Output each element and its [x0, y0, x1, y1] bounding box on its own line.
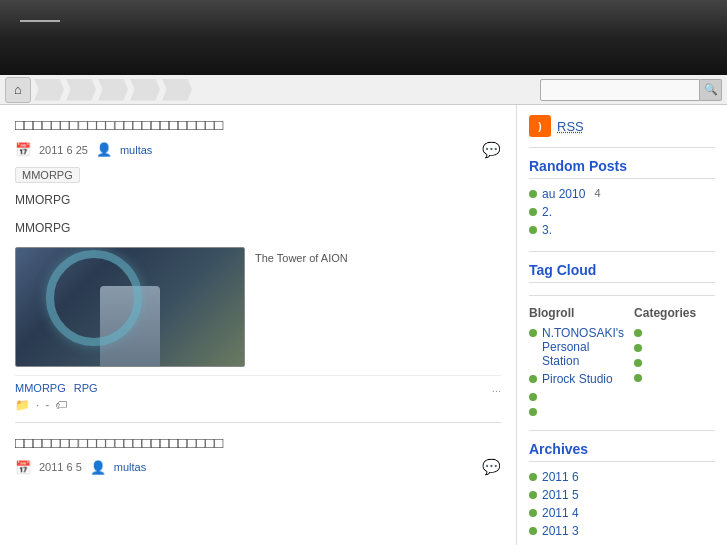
- sidebar: ) RSS Random Posts au 2010 4 2. 3.: [517, 105, 727, 545]
- separator: ·: [36, 398, 39, 412]
- bullet-archive-3: [529, 509, 537, 517]
- post-divider: [15, 422, 501, 423]
- rss-icon: ): [529, 115, 551, 137]
- post-meta: 📅 2011 6 25 👤 multas 💬: [15, 141, 501, 159]
- breadcrumb-item[interactable]: [162, 79, 192, 101]
- random-post-link-3[interactable]: 3.: [542, 223, 552, 237]
- archive-link-3[interactable]: 2011 4: [542, 506, 579, 520]
- post-title[interactable]: □□□□□□□□□□□□□□□□□□□□□□□: [15, 115, 501, 135]
- random-post-item-2: 2.: [529, 203, 715, 221]
- random-post-item-3: 3.: [529, 221, 715, 239]
- blogroll-item-4: [529, 403, 624, 418]
- archive-item-3: 2011 4: [529, 504, 715, 522]
- blogroll-link-1[interactable]: N.TONOSAKI's Personal Station: [542, 326, 624, 368]
- blogroll-categories-cols: Blogroll N.TONOSAKI's Personal Station P…: [529, 306, 715, 418]
- sidebar-divider-1: [529, 147, 715, 148]
- rss-icon-text: ): [538, 121, 541, 132]
- archive-item-4: 2011 3: [529, 522, 715, 540]
- random-posts-section: Random Posts au 2010 4 2. 3.: [529, 158, 715, 239]
- search-input[interactable]: [540, 79, 700, 101]
- category-item-1: [634, 324, 715, 339]
- random-posts-title: Random Posts: [529, 158, 715, 179]
- breadcrumb-item[interactable]: [98, 79, 128, 101]
- sidebar-divider-2: [529, 251, 715, 252]
- breadcrumb-trail: [34, 79, 540, 101]
- bullet-blogroll-3: [529, 393, 537, 401]
- tag-rpg[interactable]: RPG: [74, 382, 98, 394]
- breadcrumb-item[interactable]: [66, 79, 96, 101]
- blogroll-column: Blogroll N.TONOSAKI's Personal Station P…: [529, 306, 624, 418]
- tag-cloud-section: Tag Cloud: [529, 262, 715, 283]
- site-header: [0, 0, 727, 75]
- breadcrumb-item[interactable]: [34, 79, 64, 101]
- author-icon: 👤: [96, 142, 112, 157]
- bullet-blogroll-1: [529, 329, 537, 337]
- comment-icon-2[interactable]: 💬: [482, 458, 501, 476]
- content-wrapper: □□□□□□□□□□□□□□□□□□□□□□□ 📅 2011 6 25 👤 mu…: [0, 105, 727, 545]
- calendar-icon-2: 📅: [15, 460, 31, 475]
- post-author-2[interactable]: multas: [114, 461, 146, 473]
- more-indicator: ...: [492, 382, 501, 394]
- random-post-link-2[interactable]: 2.: [542, 205, 552, 219]
- post-image: [15, 247, 245, 367]
- post-title-2[interactable]: □□□□□□□□□□□□□□□□□□□□□□□: [15, 433, 501, 453]
- blogroll-item-3: [529, 388, 624, 403]
- bullet-cat-2: [634, 344, 642, 352]
- category-item-3: [634, 354, 715, 369]
- post-date: 2011 6 25: [39, 144, 88, 156]
- dash: -: [45, 398, 49, 412]
- categories-title: Categories: [634, 306, 715, 320]
- bullet-blogroll-2: [529, 375, 537, 383]
- bullet-icon-3: [529, 226, 537, 234]
- blogroll-cats-section: Blogroll N.TONOSAKI's Personal Station P…: [529, 306, 715, 418]
- search-button[interactable]: 🔍: [700, 79, 722, 101]
- post-category[interactable]: MMORPG: [15, 167, 80, 183]
- author-icon-2: 👤: [90, 460, 106, 475]
- blogroll-item-2: Pirock Studio: [529, 370, 624, 388]
- bullet-blogroll-4: [529, 408, 537, 416]
- home-icon: ⌂: [14, 82, 22, 97]
- comment-icon[interactable]: 💬: [482, 141, 501, 159]
- tag-cloud-title: Tag Cloud: [529, 262, 715, 283]
- post-author[interactable]: multas: [120, 144, 152, 156]
- image-caption: The Tower of AION: [255, 252, 348, 269]
- category-item-4: [634, 369, 715, 384]
- post-meta-2: 📅 2011 6 5 👤 multas 💬: [15, 458, 501, 476]
- bullet-cat-1: [634, 329, 642, 337]
- post-count-1: 4: [594, 187, 600, 199]
- archive-item-2: 2011 5: [529, 486, 715, 504]
- archives-title: Archives: [529, 441, 715, 462]
- archive-item-1: 2011 6: [529, 468, 715, 486]
- random-post-item: au 2010 4: [529, 185, 715, 203]
- blogroll-link-2[interactable]: Pirock Studio: [542, 372, 613, 386]
- archive-link-4[interactable]: 2011 3: [542, 524, 579, 538]
- archive-link-1[interactable]: 2011 6: [542, 470, 579, 484]
- post-body-text2: MMORPG: [15, 219, 501, 237]
- main-content: □□□□□□□□□□□□□□□□□□□□□□□ 📅 2011 6 25 👤 mu…: [0, 105, 517, 545]
- bullet-cat-4: [634, 374, 642, 382]
- categories-column: Categories: [634, 306, 715, 418]
- archive-link-2[interactable]: 2011 5: [542, 488, 579, 502]
- home-button[interactable]: ⌂: [5, 77, 31, 103]
- post-date-2: 2011 6 5: [39, 461, 82, 473]
- blogroll-item-1: N.TONOSAKI's Personal Station: [529, 324, 624, 370]
- blogroll-title: Blogroll: [529, 306, 624, 320]
- breadcrumb-item[interactable]: [130, 79, 160, 101]
- folder-icon: 📁: [15, 398, 30, 412]
- search-bar: 🔍: [540, 79, 722, 101]
- tag-icon: 🏷: [55, 398, 67, 412]
- bullet-cat-3: [634, 359, 642, 367]
- random-post-link-1[interactable]: au 2010: [542, 187, 585, 201]
- rss-link[interactable]: RSS: [557, 119, 584, 134]
- bullet-archive-4: [529, 527, 537, 535]
- blog-post: □□□□□□□□□□□□□□□□□□□□□□□ 📅 2011 6 25 👤 mu…: [15, 115, 501, 412]
- sidebar-divider-3: [529, 295, 715, 296]
- blog-post-2: □□□□□□□□□□□□□□□□□□□□□□□ 📅 2011 6 5 👤 mul…: [15, 433, 501, 477]
- post-body-text: MMORPG: [15, 191, 501, 209]
- archives-section: Archives 2011 6 2011 5 2011 4 2011 3: [529, 441, 715, 540]
- post-footer: 📁 · - 🏷: [15, 398, 501, 412]
- tag-mmorpg[interactable]: MMORPG: [15, 382, 66, 394]
- sidebar-divider-4: [529, 430, 715, 431]
- category-item-2: [634, 339, 715, 354]
- post-images: The Tower of AION: [15, 247, 501, 367]
